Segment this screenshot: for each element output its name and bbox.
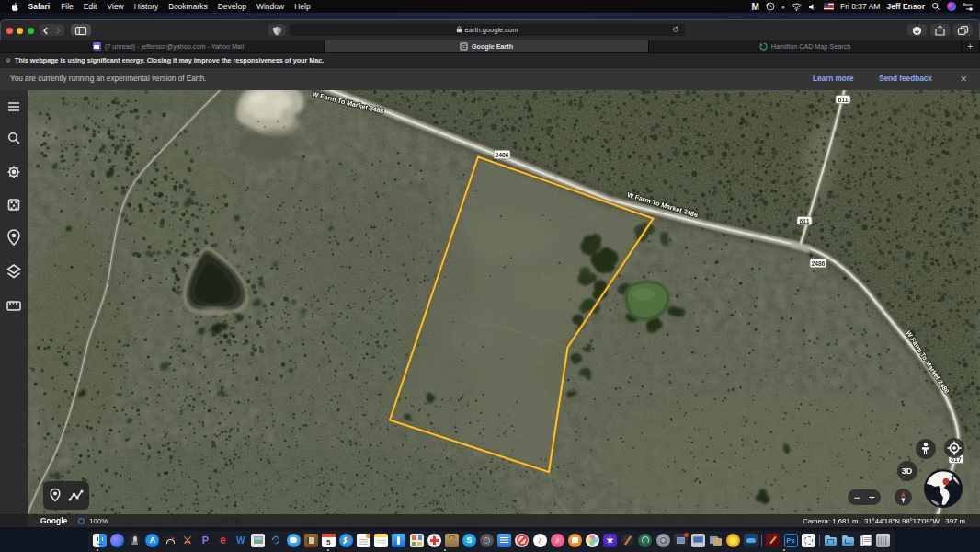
svg-text:2486: 2486 — [811, 260, 825, 267]
svg-text:2486: 2486 — [495, 152, 508, 158]
svg-text:611: 611 — [838, 97, 849, 103]
svg-text:611: 611 — [800, 218, 810, 224]
